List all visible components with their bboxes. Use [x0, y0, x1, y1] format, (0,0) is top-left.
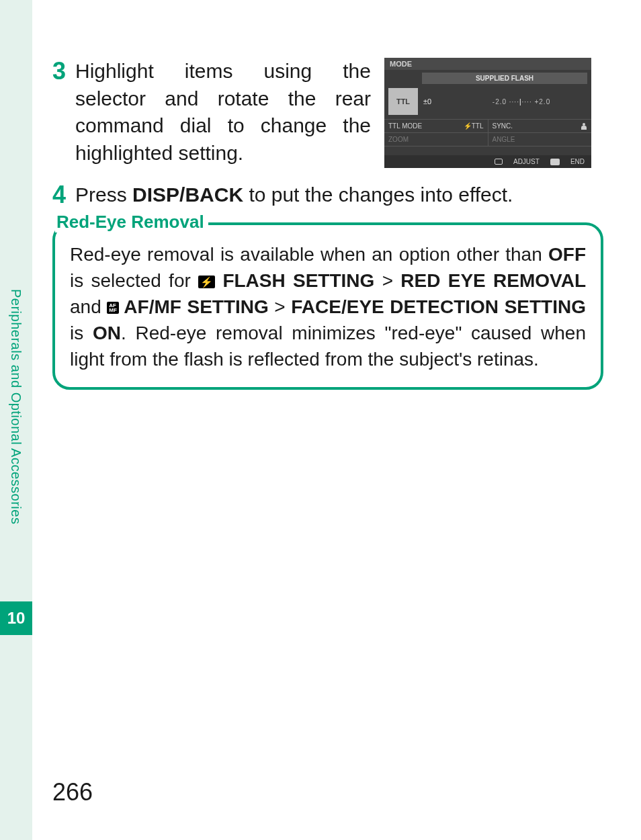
lcd-screenshot: MODE SUPPLIED FLASH TTL ±0 -2.0 ····|···… — [384, 58, 591, 168]
step-number: 3 — [52, 58, 75, 85]
lcd-ttl-badge: TTL — [388, 88, 418, 115]
step-3-text: Highlight items using the selector and r… — [75, 58, 371, 168]
person-icon — [581, 123, 587, 130]
step-4-text: Press DISP/BACK to put the changes into … — [75, 181, 513, 209]
lcd-end-label: END — [570, 158, 585, 165]
sidebar-tab: Peripherals and Optional Accessories 10 — [0, 0, 32, 840]
af-mf-icon: AFMF — [107, 302, 119, 314]
page-number: 266 — [52, 778, 93, 806]
step-3: 3 Highlight items using the selector and… — [52, 58, 610, 168]
flash-icon — [198, 276, 215, 288]
chapter-number-badge: 10 — [0, 601, 32, 635]
lcd-ttl-mode: TTL MODE ⚡TTL — [384, 120, 488, 132]
lcd-footer: ADJUST END — [384, 155, 591, 168]
sidebar-section-title: Peripherals and Optional Accessories — [8, 289, 24, 524]
callout-body: Red-eye removal is available when an opt… — [70, 241, 586, 373]
lcd-angle: ANGLE — [488, 133, 592, 146]
step-number: 4 — [52, 181, 75, 208]
lcd-value: ±0 — [423, 97, 450, 106]
lcd-sync: SYNC. — [488, 120, 592, 132]
step-4: 4 Press DISP/BACK to put the changes int… — [52, 181, 610, 209]
button-icon — [550, 159, 560, 165]
lcd-supplied-flash: SUPPLIED FLASH — [422, 73, 587, 84]
callout-red-eye-removal: Red-Eye Removal Red-eye removal is avail… — [52, 222, 603, 390]
lcd-zoom: ZOOM — [384, 133, 488, 146]
callout-title: Red-Eye Removal — [55, 212, 208, 233]
lcd-adjust-label: ADJUST — [513, 158, 540, 165]
lcd-scale: -2.0 ····|···· +2.0 — [456, 98, 587, 106]
page-content: 3 Highlight items using the selector and… — [52, 58, 610, 390]
dial-icon — [495, 159, 503, 165]
lcd-mode-header: MODE — [384, 58, 591, 70]
